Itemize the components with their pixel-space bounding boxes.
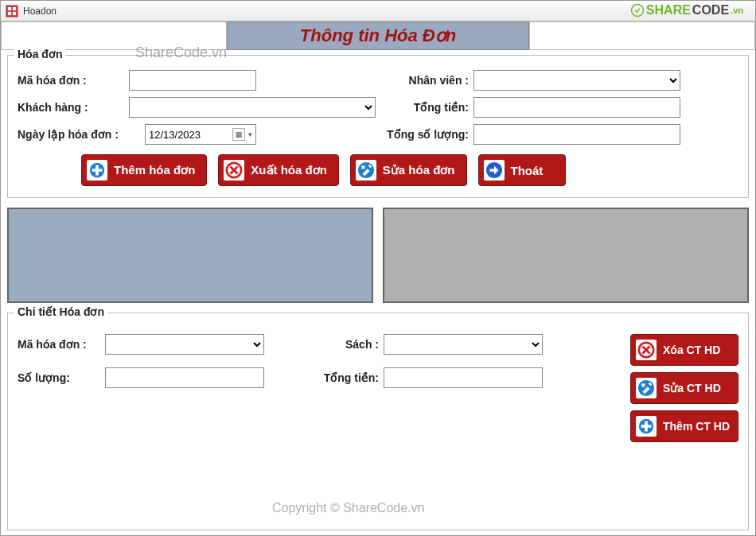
btn-sua-hoadon[interactable]: Sửa hóa đơn bbox=[350, 154, 467, 186]
btn-them-cthd-label: Thêm CT HD bbox=[663, 420, 730, 433]
label-tongsl: Tổng số lượng: bbox=[378, 128, 473, 141]
window-title: Hoadon bbox=[23, 6, 57, 17]
btn-xoa-cthd[interactable]: Xóa CT HD bbox=[630, 334, 738, 366]
combo-nhanvien[interactable] bbox=[473, 70, 680, 91]
exit-icon bbox=[484, 160, 505, 181]
header-banner: Thông tin Hóa Đơn bbox=[1, 21, 755, 50]
combo-khachhang[interactable] bbox=[129, 97, 376, 118]
grids-row bbox=[7, 208, 749, 303]
btn-them-hoadon[interactable]: Thêm hóa đơn bbox=[81, 154, 207, 186]
label-khachhang: Khách hàng : bbox=[18, 101, 129, 114]
btn-sua-hoadon-label: Sửa hóa đơn bbox=[383, 163, 455, 177]
input-tongsl[interactable] bbox=[473, 124, 680, 145]
groupbox-hoadon: Hóa đơn Mã hóa đơn : Nhân viên : Khách h… bbox=[7, 55, 749, 198]
input-tongtien[interactable] bbox=[473, 97, 680, 118]
btn-them-cthd[interactable]: Thêm CT HD bbox=[630, 410, 738, 442]
label-ngaylap: Ngày lập hóa đơn : bbox=[18, 128, 145, 141]
datepicker-value: 12/13/2023 bbox=[149, 129, 201, 141]
cancel-icon bbox=[224, 160, 244, 181]
label-ct-soluong: Số lượng: bbox=[18, 371, 105, 384]
cancel-icon bbox=[636, 340, 657, 360]
banner-right bbox=[529, 21, 755, 50]
label-tongtien: Tổng tiền: bbox=[378, 101, 473, 114]
label-ct-mahd: Mã hóa đơn : bbox=[18, 338, 105, 351]
btn-xuat-hoadon-label: Xuất hóa đơn bbox=[251, 163, 327, 177]
svg-rect-7 bbox=[92, 169, 103, 172]
groupbox-hoadon-title: Hóa đơn bbox=[14, 48, 65, 60]
label-nhanvien: Nhân viên : bbox=[378, 74, 473, 87]
groupbox-chitiet-title: Chi tiết Hóa đơn bbox=[14, 305, 107, 318]
svg-rect-2 bbox=[13, 7, 16, 10]
datepicker-ngaylap[interactable]: 12/13/2023 ▦ ▾ bbox=[145, 124, 256, 145]
groupbox-chitiet: Chi tiết Hóa đơn Mã hóa đơn : Sách : Số … bbox=[7, 313, 749, 530]
btn-thoat-label: Thoát bbox=[511, 164, 544, 177]
label-mahd: Mã hóa đơn : bbox=[18, 74, 129, 87]
plus-icon bbox=[87, 160, 107, 181]
titlebar: Hoadon bbox=[1, 1, 755, 21]
input-mahd[interactable] bbox=[129, 70, 256, 91]
wrench-icon bbox=[356, 160, 376, 181]
combo-ct-mahd[interactable] bbox=[105, 334, 264, 355]
plus-icon bbox=[636, 416, 657, 437]
btn-sua-cthd[interactable]: Sửa CT HD bbox=[630, 372, 738, 404]
input-ct-tongtien[interactable] bbox=[384, 367, 543, 388]
chevron-down-icon: ▾ bbox=[248, 130, 252, 138]
svg-rect-1 bbox=[8, 7, 11, 10]
calendar-icon: ▦ bbox=[232, 128, 245, 141]
datagrid-left[interactable] bbox=[7, 208, 373, 303]
label-ct-tongtien: Tổng tiền: bbox=[296, 371, 384, 384]
app-icon bbox=[6, 5, 18, 17]
svg-rect-3 bbox=[8, 12, 11, 15]
datagrid-right[interactable] bbox=[383, 208, 749, 303]
banner-center: Thông tin Hóa Đơn bbox=[227, 21, 529, 50]
input-ct-soluong[interactable] bbox=[105, 367, 264, 388]
label-ct-sach: Sách : bbox=[296, 338, 384, 351]
btn-them-hoadon-label: Thêm hóa đơn bbox=[114, 163, 195, 177]
banner-title: Thông tin Hóa Đơn bbox=[300, 25, 456, 46]
svg-rect-4 bbox=[13, 12, 16, 15]
btn-xoa-cthd-label: Xóa CT HD bbox=[663, 344, 720, 356]
combo-ct-sach[interactable] bbox=[384, 334, 543, 355]
svg-rect-19 bbox=[641, 425, 652, 428]
btn-thoat[interactable]: Thoát bbox=[478, 154, 566, 186]
wrench-icon bbox=[636, 378, 657, 398]
banner-left bbox=[1, 21, 227, 50]
btn-sua-cthd-label: Sửa CT HD bbox=[663, 382, 721, 394]
btn-xuat-hoadon[interactable]: Xuất hóa đơn bbox=[218, 154, 339, 186]
